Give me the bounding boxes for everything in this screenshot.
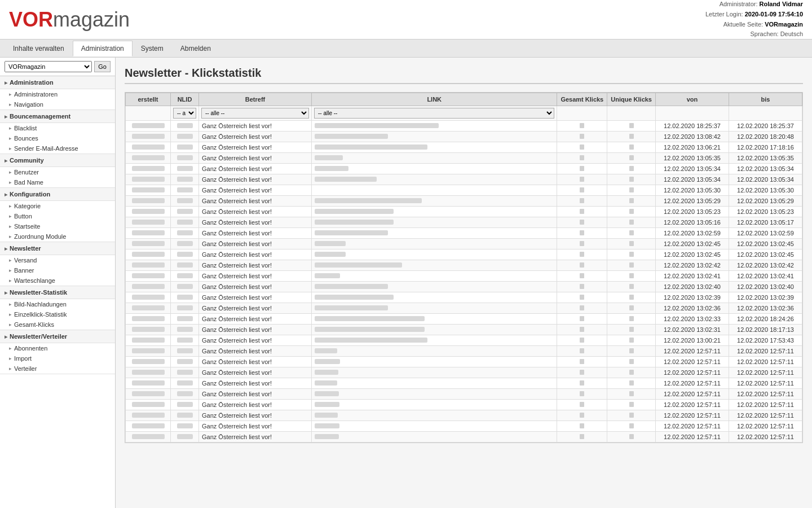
section-title-bouncemanagement[interactable]: Bouncemanagement (0, 110, 115, 123)
nlid-filter-select[interactable]: -- a ÷ (173, 108, 196, 119)
table-row[interactable]: Ganz Österreich liest vor!12.02.2020 13:… (126, 314, 802, 325)
table-row[interactable]: Ganz Österreich liest vor!12.02.2020 13:… (126, 271, 802, 282)
th-bis[interactable]: bis (729, 93, 802, 106)
sidebar-item-banner[interactable]: Banner (0, 265, 115, 275)
th-unique-klicks[interactable]: Unique Klicks (607, 93, 656, 106)
table-row[interactable]: Ganz Österreich liest vor!12.02.2020 12:… (126, 432, 802, 443)
table-row[interactable]: Ganz Österreich liest vor!12.02.2020 13:… (126, 217, 802, 228)
sidebar-item-sender-email[interactable]: Sender E-Mail-Adresse (0, 143, 115, 154)
betreff-filter-select[interactable]: -- alle -- (201, 108, 309, 119)
th-link[interactable]: LINK (312, 93, 557, 106)
table-row[interactable]: Ganz Österreich liest vor!12.02.2020 13:… (126, 239, 802, 249)
table-row[interactable]: Ganz Österreich liest vor!12.02.2020 13:… (126, 185, 802, 196)
table-row[interactable]: Ganz Österreich liest vor!12.02.2020 13:… (126, 196, 802, 207)
sidebar-item-zuordnung-module[interactable]: Zuordnung Module (0, 231, 115, 242)
sidebar-item-blacklist[interactable]: Blacklist (0, 123, 115, 133)
table-row[interactable]: Ganz Österreich liest vor!12.02.2020 18:… (126, 121, 802, 132)
sidebar-item-einzelklick-statistik[interactable]: Einzelklick-Statistik (0, 309, 115, 319)
sidebar-item-gesamt-klicks[interactable]: Gesamt-Klicks (0, 319, 115, 330)
cell-link (312, 378, 557, 389)
th-von[interactable]: von (656, 93, 729, 106)
link-filter-select[interactable]: -- alle -- (314, 108, 554, 119)
header: VORmagazin Administrator: Roland Vidmar … (0, 0, 812, 40)
sidebar-item-versand[interactable]: Versand (0, 255, 115, 265)
section-title-newsletter-verteiler[interactable]: Newsletter/Verteiler (0, 330, 115, 343)
table-row[interactable]: Ganz Österreich liest vor!12.02.2020 13:… (126, 142, 802, 153)
sidebar-item-bad-name[interactable]: Bad Name (0, 177, 115, 187)
sidebar-item-benutzer[interactable]: Benutzer (0, 167, 115, 177)
cell-bis: 12.02.2020 12:57:11 (729, 378, 802, 389)
cell-von: 12.02.2020 13:02:45 (656, 249, 729, 260)
sidebar-item-button[interactable]: Button (0, 211, 115, 221)
sidebar-item-administratoren[interactable]: Administratoren (0, 89, 115, 99)
nav-abmelden[interactable]: Abmelden (172, 41, 219, 56)
table-row[interactable]: Ganz Österreich liest vor!12.02.2020 13:… (126, 292, 802, 303)
cell-nlid (171, 421, 199, 432)
th-betreff[interactable]: Betreff (199, 93, 312, 106)
table-row[interactable]: Ganz Österreich liest vor!12.02.2020 13:… (126, 303, 802, 314)
table-row[interactable]: Ganz Österreich liest vor!12.02.2020 13:… (126, 260, 802, 271)
cell-unique (607, 346, 656, 357)
cell-von: 12.02.2020 13:05:29 (656, 196, 729, 207)
table-row[interactable]: Ganz Österreich liest vor!12.02.2020 12:… (126, 410, 802, 421)
section-title-konfiguration[interactable]: Konfiguration (0, 188, 115, 201)
sidebar-select[interactable]: VORmagazin (5, 61, 92, 72)
cell-link (312, 421, 557, 432)
table-row[interactable]: Ganz Österreich liest vor!12.02.2020 13:… (126, 228, 802, 239)
filter-betreff[interactable]: -- alle -- (199, 106, 312, 121)
section-title-newsletter[interactable]: Newsletter (0, 242, 115, 255)
nav-system[interactable]: System (133, 41, 172, 56)
cell-erstellt (126, 325, 171, 335)
table-row[interactable]: Ganz Österreich liest vor!12.02.2020 13:… (126, 174, 802, 185)
table-row[interactable]: Ganz Österreich liest vor!12.02.2020 12:… (126, 357, 802, 367)
sidebar-item-kategorie[interactable]: Kategorie (0, 201, 115, 211)
cell-nlid (171, 142, 199, 153)
table-row[interactable]: Ganz Österreich liest vor!12.02.2020 12:… (126, 421, 802, 432)
table-row[interactable]: Ganz Österreich liest vor!12.02.2020 13:… (126, 249, 802, 260)
lang-line: Sprachen: Deutsch (705, 29, 803, 40)
table-row[interactable]: Ganz Österreich liest vor!12.02.2020 13:… (126, 325, 802, 335)
table-row[interactable]: Ganz Österreich liest vor!12.02.2020 12:… (126, 378, 802, 389)
table-row[interactable]: Ganz Österreich liest vor!12.02.2020 13:… (126, 132, 802, 142)
th-erstellt[interactable]: erstellt (126, 93, 171, 106)
cell-unique (607, 153, 656, 164)
section-title-community[interactable]: Community (0, 154, 115, 167)
filter-link[interactable]: -- alle -- (312, 106, 557, 121)
cell-gesamt (557, 432, 607, 443)
th-gesamt-klicks[interactable]: Gesamt Klicks (557, 93, 607, 106)
table-row[interactable]: Ganz Österreich liest vor!12.02.2020 13:… (126, 153, 802, 164)
section-title-newsletter-statistik[interactable]: Newsletter-Statistik (0, 286, 115, 299)
table-row[interactable]: Ganz Österreich liest vor!12.02.2020 12:… (126, 367, 802, 378)
sidebar-item-import[interactable]: Import (0, 353, 115, 364)
sidebar-item-warteschlange[interactable]: Warteschlange (0, 275, 115, 286)
table-row[interactable]: Ganz Österreich liest vor!12.02.2020 13:… (126, 164, 802, 174)
table-row[interactable]: Ganz Österreich liest vor!12.02.2020 12:… (126, 346, 802, 357)
nav-administration[interactable]: Administration (73, 41, 133, 56)
sidebar-item-bounces[interactable]: Bounces (0, 133, 115, 143)
cell-von: 12.02.2020 12:57:11 (656, 357, 729, 367)
table-row[interactable]: Ganz Österreich liest vor!12.02.2020 13:… (126, 207, 802, 217)
cell-erstellt (126, 228, 171, 239)
cell-betreff: Ganz Österreich liest vor! (199, 282, 312, 292)
cell-unique (607, 185, 656, 196)
cell-gesamt (557, 303, 607, 314)
nav-inhalte[interactable]: Inhalte verwalten (5, 41, 73, 56)
page-name: VORmagazin (765, 21, 803, 28)
cell-nlid (171, 196, 199, 207)
cell-betreff: Ganz Österreich liest vor! (199, 389, 312, 400)
sidebar-item-abonnenten[interactable]: Abonnenten (0, 343, 115, 353)
cell-unique (607, 228, 656, 239)
sidebar-item-startseite[interactable]: Startseite (0, 221, 115, 231)
filter-nlid[interactable]: -- a ÷ (171, 106, 199, 121)
sidebar-item-verteiler[interactable]: Verteiler (0, 364, 115, 374)
sidebar-item-navigation[interactable]: Navigation (0, 99, 115, 110)
table-row[interactable]: Ganz Österreich liest vor!12.02.2020 13:… (126, 335, 802, 346)
th-nlid[interactable]: NLID (171, 93, 199, 106)
sidebar-go-button[interactable]: Go (94, 61, 111, 72)
table-row[interactable]: Ganz Österreich liest vor!12.02.2020 13:… (126, 282, 802, 292)
cell-unique (607, 421, 656, 432)
table-row[interactable]: Ganz Österreich liest vor!12.02.2020 12:… (126, 400, 802, 410)
table-row[interactable]: Ganz Österreich liest vor!12.02.2020 12:… (126, 389, 802, 400)
sidebar-item-bild-nachladungen[interactable]: Bild-Nachladungen (0, 299, 115, 309)
section-title-administration[interactable]: Administration (0, 76, 115, 89)
